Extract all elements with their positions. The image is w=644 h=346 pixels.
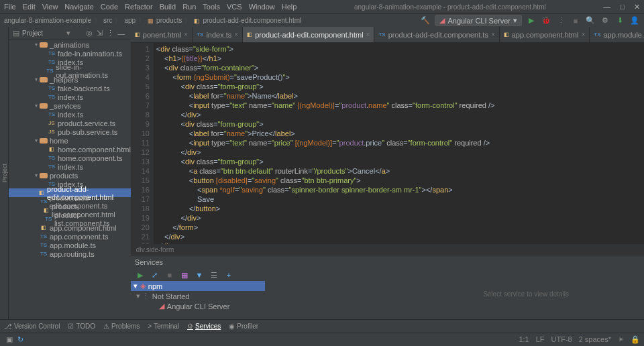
close-tab-icon[interactable]: × — [491, 31, 495, 38]
tree-item[interactable]: ▾_animations — [9, 40, 131, 49]
tree-item[interactable]: ◧app.component.html — [9, 223, 131, 232]
close-tab-icon[interactable]: × — [581, 31, 585, 38]
menu-view[interactable]: View — [42, 3, 58, 11]
bottom-tab-todo[interactable]: ☑ TODO — [68, 323, 95, 330]
close-tab-icon[interactable]: × — [366, 31, 370, 38]
gear-icon[interactable]: ⚙ — [600, 15, 610, 26]
code-editor[interactable]: 12345678910111213141516171819202122 <div… — [131, 43, 644, 244]
menu-vcs[interactable]: VCS — [227, 3, 242, 11]
avatar-icon[interactable]: 👤 — [629, 15, 640, 26]
tree-item[interactable]: TSslide-in-out.animation.ts — [9, 66, 131, 75]
services-server-node[interactable]: ◢ Angular CLI Server — [131, 301, 265, 311]
close-tab-icon[interactable]: × — [184, 31, 188, 38]
close-icon[interactable]: ✕ — [634, 3, 640, 11]
more-run-icon[interactable]: ⋮ — [555, 15, 566, 26]
lock-icon[interactable]: 🔒 — [631, 335, 640, 344]
gear-icon[interactable]: ⋮ — [105, 28, 116, 39]
bottom-tab-problems[interactable]: ⚠ Problems — [103, 323, 140, 330]
bottom-tab-terminal[interactable]: > Terminal — [148, 323, 179, 330]
menu-file[interactable]: File — [4, 3, 16, 11]
chevron-down-icon[interactable]: ▾ — [66, 29, 70, 38]
services-title: Services — [135, 258, 644, 266]
play-icon[interactable]: ▶ — [135, 270, 146, 280]
code-breadcrumb[interactable]: div.side-form — [131, 244, 644, 255]
caret-position[interactable]: 1:1 — [519, 335, 529, 344]
menu-refactor[interactable]: Refactor — [125, 3, 153, 11]
download-icon[interactable]: ⬇ — [614, 15, 625, 26]
tree-label: index.ts — [58, 93, 83, 101]
hide-icon[interactable]: — — [116, 28, 127, 39]
tree-icon[interactable]: ☰ — [209, 270, 219, 280]
bottom-tab-version-control[interactable]: ⎇ Version Control — [4, 323, 60, 330]
code-text[interactable]: <div class="side-form"> <h1>{{title}}</h… — [154, 43, 644, 244]
services-npm-node[interactable]: ▾ ◈ npm — [131, 281, 265, 291]
close-tab-icon[interactable]: × — [234, 31, 238, 38]
tree-item[interactable]: TSapp.module.ts — [9, 241, 131, 249]
tree-item[interactable]: TSfake-backend.ts — [9, 84, 131, 93]
tree-item[interactable]: TSfade-in.animation.ts — [9, 49, 131, 58]
run-config-combo[interactable]: ◢ Angular CLI Server ▾ — [435, 15, 522, 26]
filter-icon[interactable]: ▼ — [194, 270, 205, 280]
tree-item[interactable]: TSapp.routing.ts — [9, 249, 131, 258]
tree-item[interactable]: TSindex.ts — [9, 162, 131, 171]
menu-code[interactable]: Code — [101, 3, 118, 11]
editor-tab[interactable]: ◧product-add-edit.component.html× — [243, 27, 374, 42]
search-icon[interactable]: 🔍 — [585, 15, 596, 26]
tree-item[interactable]: ▾home — [9, 136, 131, 145]
grid-icon[interactable]: ▦ — [179, 270, 190, 280]
breadcrumb-item[interactable]: product-add-edit.component.html — [203, 17, 301, 24]
indent[interactable]: 2 spaces* — [579, 335, 611, 344]
tool-window-icon[interactable]: ▣ — [4, 335, 15, 345]
tree-item[interactable]: ◧home.component.html — [9, 145, 131, 154]
tree-item[interactable]: TSindex.ts — [9, 110, 131, 119]
menu-tools[interactable]: Tools — [203, 3, 220, 11]
tree-item[interactable]: TSproduct-list.component.ts — [9, 215, 131, 223]
bottom-tab-profiler[interactable]: ◉ Profiler — [229, 323, 258, 330]
maximize-icon[interactable]: □ — [620, 3, 625, 11]
breadcrumb-item[interactable]: angular-8-animation-example — [4, 17, 91, 24]
collapse-icon[interactable]: ⇲ — [95, 28, 105, 39]
menu-build[interactable]: Build — [160, 3, 176, 11]
breadcrumb-item[interactable]: src — [103, 17, 112, 24]
project-tree[interactable]: ▾_animationsTSfade-in.animation.tsTSinde… — [9, 40, 131, 319]
editor-tab[interactable]: TSapp.module.ts× — [590, 27, 644, 42]
editor-tab[interactable]: ◧app.component.html× — [500, 27, 590, 42]
minimize-icon[interactable]: — — [603, 3, 610, 11]
server-label: Angular CLI Server — [167, 302, 230, 310]
expand-icon[interactable]: ⤢ — [150, 270, 160, 280]
target-icon[interactable]: ◎ — [84, 28, 95, 39]
bottom-tab-services[interactable]: ⚙ Services — [187, 323, 221, 330]
play-icon[interactable]: ▶ — [526, 15, 537, 26]
tree-item[interactable]: TSindex.ts — [9, 93, 131, 101]
tree-item[interactable]: TSapp.component.ts — [9, 232, 131, 241]
breadcrumb-item[interactable]: products — [156, 17, 182, 24]
editor-tab[interactable]: ◧ponent.html× — [131, 27, 193, 42]
tree-item[interactable]: JSproduct.service.ts — [9, 119, 131, 127]
tree-item[interactable]: TShome.component.ts — [9, 154, 131, 162]
menu-navigate[interactable]: Navigate — [64, 3, 93, 11]
tree-item[interactable]: JSpub-sub.service.ts — [9, 127, 131, 136]
tool-tab-project[interactable]: Project — [1, 27, 8, 319]
menu-help[interactable]: Help — [282, 3, 297, 11]
tree-item[interactable]: ▾products — [9, 171, 131, 180]
debug-icon[interactable]: 🐞 — [541, 15, 551, 26]
menu-run[interactable]: Run — [182, 3, 196, 11]
hammer-icon[interactable]: 🔨 — [420, 15, 431, 26]
stop-icon[interactable]: ■ — [164, 270, 175, 280]
services-notstarted-node[interactable]: ▾ ⋮ Not Started — [131, 291, 265, 301]
inspect-icon[interactable]: ✴ — [618, 335, 624, 344]
menu-window[interactable]: Window — [249, 3, 275, 11]
breadcrumb-item[interactable]: app — [124, 17, 136, 24]
editor-tab[interactable]: TSproduct-add-edit.component.ts× — [374, 27, 499, 42]
stop-icon[interactable]: ■ — [570, 15, 581, 26]
add-icon[interactable]: + — [223, 270, 234, 280]
line-ending[interactable]: LF — [536, 335, 545, 344]
menu-edit[interactable]: Edit — [23, 3, 36, 11]
tree-item[interactable]: ▾_services — [9, 101, 131, 110]
sync-icon[interactable]: ↻ — [15, 335, 25, 345]
encoding[interactable]: UTF-8 — [551, 335, 572, 344]
editor-tab[interactable]: TSindex.ts× — [193, 27, 243, 42]
tool-tab-bookmarks[interactable]: Bookmarks — [0, 27, 1, 319]
ts-icon: TS — [48, 59, 56, 66]
ts-icon: TS — [46, 68, 54, 74]
